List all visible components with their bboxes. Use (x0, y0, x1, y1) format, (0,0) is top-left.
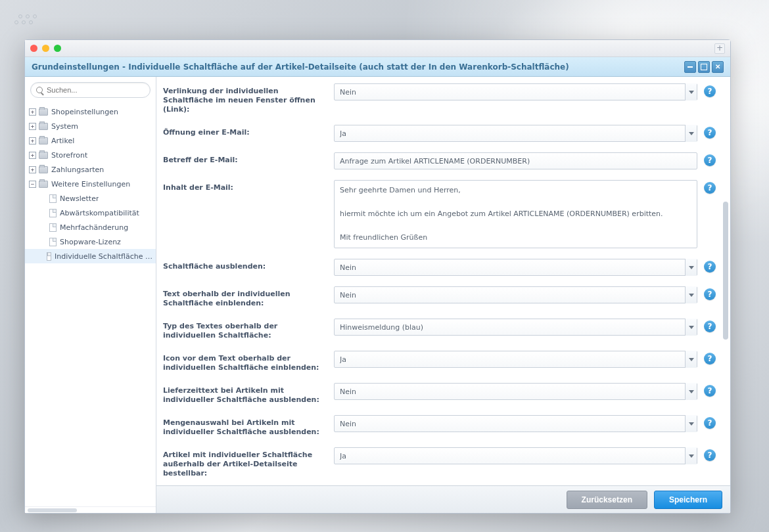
select-link-newwin[interactable]: Nein (334, 83, 697, 100)
window-close-button[interactable]: ✕ (712, 61, 724, 73)
os-titlebar: + (25, 40, 730, 57)
label-orderable-outside: Artikel mit individueller Schaltfläche a… (163, 447, 334, 478)
form-area: Verlinkung der individuellen Schaltfläch… (156, 77, 730, 485)
select-text-above-show[interactable]: Nein (334, 286, 697, 303)
save-button[interactable]: Speichern (654, 491, 722, 509)
new-tab-button[interactable]: + (714, 43, 725, 54)
select-open-email[interactable]: Ja (334, 125, 697, 142)
sidebar: +Shopeinstellungen +System +Artikel +Sto… (25, 77, 156, 513)
window-header: Grundeinstellungen - Individuelle Schalt… (25, 57, 730, 77)
traffic-close[interactable] (30, 45, 37, 52)
label-text-above-type: Typ des Textes oberhalb der individuelle… (163, 319, 334, 340)
tree-shopware-lizenz[interactable]: Shopware-Lizenz (25, 234, 156, 249)
form-vscrollbar[interactable] (723, 82, 728, 480)
tree-abwaertskompatibilitaet[interactable]: Abwärtskompatibilität (25, 206, 156, 220)
help-icon[interactable]: ? (704, 353, 716, 365)
sidebar-hscrollbar[interactable] (25, 506, 156, 513)
chevron-down-icon (685, 415, 697, 432)
chevron-down-icon (685, 125, 697, 142)
footer-toolbar: Zurücksetzen Speichern (156, 485, 730, 513)
search-field[interactable] (30, 82, 151, 98)
tree-storefront[interactable]: +Storefront (25, 148, 156, 162)
tree-zahlungsarten[interactable]: +Zahlungsarten (25, 162, 156, 177)
chevron-down-icon (685, 286, 697, 303)
chevron-down-icon (685, 351, 697, 368)
label-text-above-show: Text oberhalb der individuellen Schaltfl… (163, 286, 334, 308)
chevron-down-icon (685, 447, 697, 464)
chevron-down-icon (685, 383, 697, 400)
traffic-zoom[interactable] (54, 45, 61, 52)
chevron-down-icon (685, 319, 697, 336)
label-hide-delivery: Lieferzeittext bei Artikeln mit individu… (163, 383, 334, 405)
select-text-above-type[interactable]: Hinweismeldung (blau) (334, 319, 697, 336)
search-input[interactable] (47, 86, 145, 94)
label-link-newwin: Verlinkung der individuellen Schaltfläch… (163, 83, 334, 114)
help-icon[interactable]: ? (704, 288, 716, 300)
label-hide-button: Schaltfläche ausblenden: (163, 259, 334, 271)
select-hide-button[interactable]: Nein (334, 259, 697, 276)
help-icon[interactable]: ? (704, 154, 716, 166)
help-icon[interactable]: ? (704, 127, 716, 139)
brand-logo (14, 14, 37, 24)
help-icon[interactable]: ? (704, 261, 716, 273)
search-icon (36, 87, 43, 93)
window-maximize-button[interactable] (698, 61, 710, 73)
window-minimize-button[interactable] (684, 61, 696, 73)
tree-newsletter[interactable]: Newsletter (25, 191, 156, 206)
label-icon-above: Icon vor dem Text oberhalb der individue… (163, 351, 334, 372)
tree-system[interactable]: +System (25, 119, 156, 133)
help-icon[interactable]: ? (704, 417, 716, 429)
help-icon[interactable]: ? (704, 321, 716, 332)
select-hide-delivery[interactable]: Nein (334, 383, 697, 400)
settings-window: + Grundeinstellungen - Individuelle Scha… (24, 39, 731, 514)
label-open-email: Öffnung einer E-Mail: (163, 125, 334, 137)
tree-weitere-einstellungen[interactable]: −Weitere Einstellungen (25, 177, 156, 191)
tree-mehrfachaenderung[interactable]: Mehrfachänderung (25, 220, 156, 234)
tree-individuelle-schaltflaeche[interactable]: Individuelle Schaltfläche auf der Artike… (25, 249, 156, 263)
help-icon[interactable]: ? (704, 449, 716, 461)
nav-tree: +Shopeinstellungen +System +Artikel +Sto… (25, 103, 156, 506)
tree-shopeinstellungen[interactable]: +Shopeinstellungen (25, 104, 156, 119)
select-icon-above[interactable]: Ja (334, 351, 697, 368)
chevron-down-icon (685, 259, 697, 276)
label-hide-qty: Mengenauswahl bei Artikeln mit individue… (163, 415, 334, 437)
help-icon[interactable]: ? (704, 182, 716, 194)
traffic-minimize[interactable] (42, 45, 49, 52)
help-icon[interactable]: ? (704, 385, 716, 397)
select-hide-qty[interactable]: Nein (334, 415, 697, 432)
select-orderable-outside[interactable]: Ja (334, 447, 697, 464)
input-email-subject[interactable]: Anfrage zum Artikel ARTICLENAME (ORDERNU… (334, 152, 697, 169)
help-icon[interactable]: ? (704, 85, 716, 97)
label-email-subject: Betreff der E-Mail: (163, 152, 334, 165)
label-email-body: Inhalt der E-Mail: (163, 180, 334, 192)
chevron-down-icon (685, 83, 697, 100)
reset-button[interactable]: Zurücksetzen (567, 491, 647, 509)
tree-artikel[interactable]: +Artikel (25, 133, 156, 148)
window-title: Grundeinstellungen - Individuelle Schalt… (32, 62, 569, 72)
textarea-email-body[interactable]: Sehr geehrte Damen und Herren, hiermit m… (334, 180, 697, 248)
